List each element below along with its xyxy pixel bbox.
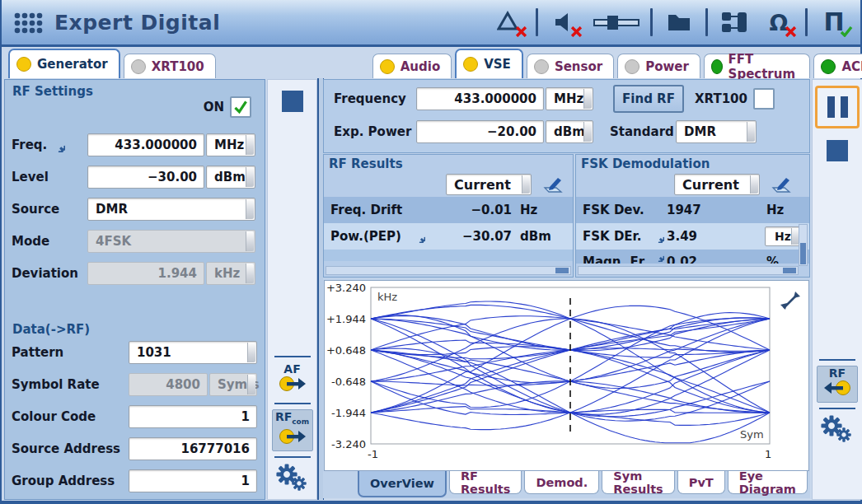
toolbar-divider <box>805 8 808 36</box>
result-tab-sym-results[interactable]: Sym Results <box>602 471 674 494</box>
af-output-button[interactable]: AF <box>273 362 312 398</box>
fsk-der-value: 3.49 <box>667 229 765 244</box>
result-tab-overview[interactable]: OverView <box>358 471 447 497</box>
level-unit-dropdown[interactable]: dBm <box>206 166 255 189</box>
field-row-source: SourceDMR <box>12 197 265 222</box>
generator-stop-button[interactable] <box>282 91 303 112</box>
rf-results-edit-icon[interactable] <box>543 175 565 194</box>
fsk-view-dropdown[interactable]: Current <box>674 174 760 195</box>
freq-input[interactable]: 433.000000 <box>87 133 204 156</box>
standard-dropdown[interactable]: DMR <box>676 120 757 143</box>
colour-code-label: Colour Code <box>12 409 96 424</box>
on-label: ON <box>204 100 224 114</box>
source-dropdown[interactable]: DMR <box>87 198 255 221</box>
scroll-thumb[interactable] <box>555 268 569 273</box>
mode-dropdown[interactable]: 4FSK <box>87 230 255 253</box>
tab-label: Generator <box>37 57 108 72</box>
freq-unit-dropdown[interactable]: MHz <box>206 133 255 156</box>
pi-check-icon[interactable]: Π <box>816 6 852 39</box>
analyzer-side-buttons: RF <box>812 79 862 500</box>
svg-text:-3.240: -3.240 <box>331 438 366 450</box>
symbol-rate-input[interactable]: 4800 <box>129 373 208 396</box>
pattern-dropdown[interactable]: 1031 <box>129 341 257 364</box>
result-view-tabs: OverViewRF ResultsDemod.Sym ResultsPvTEy… <box>323 471 810 498</box>
result-row-freq-drift: Freq. Drift−0.01Hz <box>324 197 573 223</box>
colour-code-input[interactable]: 1 <box>129 405 257 428</box>
generator-side-buttons: AF RFcom <box>267 79 317 500</box>
rf-settings-fields: Freq.433.000000MHzLevel−30.00dBmSourceDM… <box>5 133 265 293</box>
scroll-thumb[interactable] <box>800 243 806 264</box>
rf-results-view-dropdown[interactable]: Current <box>446 174 532 195</box>
level-slider-icon[interactable] <box>591 6 642 39</box>
tab-label: Sym Results <box>613 469 663 496</box>
tab-fft-spectrum[interactable]: FFT Spectrum <box>704 54 810 78</box>
result-tab-eye-diagram[interactable]: Eye Diagram <box>728 471 808 494</box>
result-tab-demod[interactable]: Demod. <box>524 471 599 494</box>
source-address-input[interactable]: 16777016 <box>129 437 257 460</box>
tab-power[interactable]: Power <box>617 54 700 78</box>
generator-panel: RF Settings ON Freq.433.000000MHzLevel−3… <box>4 79 265 500</box>
symbol-rate-unit-dropdown[interactable]: Sym/s <box>209 373 257 396</box>
tab-label: Eye Diagram <box>739 469 796 496</box>
expand-chart-icon[interactable] <box>780 292 800 310</box>
gear-icon[interactable] <box>51 138 65 152</box>
divider <box>274 456 311 458</box>
rf-com-button[interactable]: RFcom <box>272 409 313 451</box>
frequency-label: Frequency <box>334 91 416 106</box>
analyzer-settings-area: Frequency 433.000000 MHz Find RF XRT100 … <box>323 79 810 153</box>
group-address-input[interactable]: 1 <box>129 469 257 492</box>
field-row-level: Level−30.00dBm <box>12 165 265 189</box>
freq-drift-label: Freq. Drift <box>324 203 410 217</box>
connection-icon[interactable] <box>716 6 752 39</box>
tab-vse[interactable]: VSE <box>455 49 523 78</box>
rf-input-button[interactable]: RF <box>817 366 858 403</box>
speaker-x-icon[interactable] <box>546 6 583 39</box>
toolbar-divider <box>705 8 708 36</box>
deviation-input[interactable]: 1.944 <box>87 262 204 285</box>
tab-label: Demod. <box>536 476 588 489</box>
analyzer-settings-gears-icon[interactable] <box>821 414 854 444</box>
deviation-unit-dropdown[interactable]: kHz <box>206 262 255 285</box>
app-grid-icon[interactable] <box>13 12 43 34</box>
exp-power-unit-dropdown[interactable]: dBm <box>546 120 593 143</box>
field-row-group-address: Group Address1 <box>12 469 265 493</box>
main-area: RF Settings ON Freq.433.000000MHzLevel−3… <box>2 78 860 501</box>
divider <box>274 356 311 357</box>
tab-generator[interactable]: Generator <box>8 49 120 78</box>
tab-sensor[interactable]: Sensor <box>527 54 614 78</box>
gear-icon[interactable] <box>652 250 664 262</box>
find-rf-button[interactable]: Find RF <box>613 85 684 113</box>
tab-audio[interactable]: Audio <box>372 54 452 78</box>
delta-x-icon[interactable] <box>491 6 527 39</box>
fsk-edit-icon[interactable] <box>771 175 793 194</box>
scroll-thumb[interactable] <box>783 268 796 273</box>
generator-settings-gears-icon[interactable] <box>276 463 309 492</box>
fsk-der-unit-dropdown[interactable]: Hz <box>765 226 801 246</box>
frequency-input[interactable]: 433.000000 <box>416 87 544 110</box>
pause-button[interactable] <box>815 86 860 128</box>
tab-xrt100[interactable]: XRT100 <box>124 54 216 78</box>
folder-icon[interactable] <box>661 6 697 39</box>
analyzer-stop-button[interactable] <box>827 140 848 161</box>
gear-icon[interactable] <box>413 231 425 243</box>
source-label: Source <box>12 202 59 217</box>
freq-label: Freq. <box>12 138 47 152</box>
svg-text:kHz: kHz <box>377 291 397 303</box>
eye-diagram-plot: +3.240+1.944+0.648-0.648-1.944-3.240-11k… <box>325 281 807 469</box>
level-input[interactable]: −30.00 <box>87 166 204 189</box>
status-dot-gray <box>131 59 146 74</box>
data-rf-fields: Pattern1031Symbol Rate4800Sym/sColour Co… <box>5 340 265 501</box>
tab-acp[interactable]: ACP <box>813 54 862 78</box>
result-tab-rf-results[interactable]: RF Results <box>449 471 522 494</box>
xrt100-checkbox[interactable] <box>753 88 775 110</box>
rf-on-row: ON <box>204 96 251 118</box>
frequency-unit-dropdown[interactable]: MHz <box>546 87 593 110</box>
rf-on-checkbox[interactable] <box>230 96 251 118</box>
status-dot-yellow <box>380 59 395 74</box>
field-row-deviation: Deviation1.944kHz <box>12 261 265 286</box>
field-row-symbol-rate: Symbol Rate4800Sym/s <box>12 372 265 397</box>
omega-x-icon[interactable]: Ω <box>761 6 797 39</box>
gear-icon[interactable] <box>652 231 664 243</box>
result-tab-pvt[interactable]: PvT <box>677 471 725 494</box>
exp-power-input[interactable]: −20.00 <box>416 120 544 143</box>
